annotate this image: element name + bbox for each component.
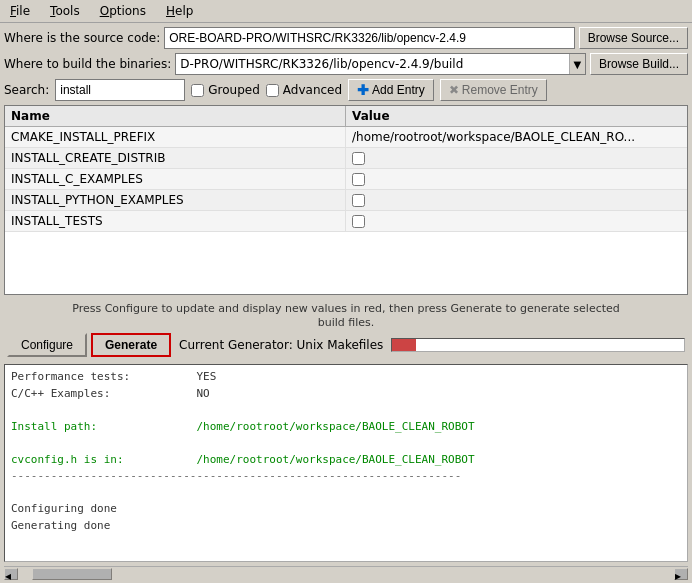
advanced-label: Advanced [283,83,342,97]
progress-bar [391,338,685,352]
remove-entry-button[interactable]: ✖ Remove Entry [440,79,547,101]
output-line [11,435,681,452]
cell-name-3: INSTALL_PYTHON_EXAMPLES [5,190,346,210]
menu-bar: File Tools Options Help [0,0,692,23]
table-row[interactable]: CMAKE_INSTALL_PREFIX /home/rootroot/work… [5,127,687,148]
output-line: Install path: /home/rootroot/workspace/B… [11,419,681,436]
checkbox-2[interactable] [352,173,365,186]
table-row[interactable]: INSTALL_TESTS [5,211,687,232]
cell-name-0: CMAKE_INSTALL_PREFIX [5,127,346,147]
main-window: Where is the source code: Browse Source.… [0,23,692,583]
configure-bar: Press Configure to update and display ne… [4,299,688,361]
source-input[interactable] [164,27,574,49]
cell-value-1[interactable] [346,148,687,168]
grouped-label: Grouped [208,83,260,97]
build-path-dropdown[interactable]: ▼ [569,54,585,74]
table-row[interactable]: INSTALL_PYTHON_EXAMPLES [5,190,687,211]
cell-value-0: /home/rootroot/workspace/BAOLE_CLEAN_RO.… [346,127,687,147]
menu-options[interactable]: Options [94,2,152,20]
menu-file[interactable]: File [4,2,36,20]
remove-icon: ✖ [449,83,459,97]
output-line: Performance tests: YES [11,369,681,386]
build-path-container: D-PRO/WITHSRC/RK3326/lib/opencv-2.4.9/bu… [175,53,586,75]
header-value: Value [346,106,687,126]
scroll-right-arrow[interactable]: ▸ [674,568,688,580]
source-row: Where is the source code: Browse Source.… [4,27,688,49]
configure-buttons: Configure Generate Current Generator: Un… [7,333,685,357]
search-label: Search: [4,83,49,97]
add-entry-label: Add Entry [372,83,425,97]
search-row: Search: Grouped Advanced ✚ Add Entry ✖ R… [4,79,688,101]
output-line [11,402,681,419]
horizontal-scrollbar[interactable]: ◂ ▸ [4,566,688,580]
browse-source-button[interactable]: Browse Source... [579,27,688,49]
add-entry-button[interactable]: ✚ Add Entry [348,79,434,101]
checkbox-4[interactable] [352,215,365,228]
cell-value-2[interactable] [346,169,687,189]
output-line: C/C++ Examples: NO [11,386,681,403]
scroll-thumb[interactable] [32,568,112,580]
output-line: Configuring done [11,501,681,518]
grouped-checkbox-group: Grouped [191,83,260,97]
build-path-text: D-PRO/WITHSRC/RK3326/lib/opencv-2.4.9/bu… [176,55,569,73]
menu-tools[interactable]: Tools [44,2,86,20]
build-row: Where to build the binaries: D-PRO/WITHS… [4,53,688,75]
cell-name-2: INSTALL_C_EXAMPLES [5,169,346,189]
header-name: Name [5,106,346,126]
checkbox-3[interactable] [352,194,365,207]
table-header: Name Value [5,106,687,127]
configure-notice: Press Configure to update and display ne… [7,302,685,331]
output-line: cvconfig.h is in: /home/rootroot/workspa… [11,452,681,469]
advanced-checkbox-group: Advanced [266,83,342,97]
output-line: Generating done [11,518,681,535]
grouped-checkbox[interactable] [191,84,204,97]
table-row[interactable]: INSTALL_CREATE_DISTRIB [5,148,687,169]
source-label: Where is the source code: [4,31,160,45]
output-line [11,485,681,502]
cell-name-1: INSTALL_CREATE_DISTRIB [5,148,346,168]
checkbox-1[interactable] [352,152,365,165]
table-row[interactable]: INSTALL_C_EXAMPLES [5,169,687,190]
generator-label: Current Generator: Unix Makefiles [179,338,383,352]
browse-build-button[interactable]: Browse Build... [590,53,688,75]
output-area: Performance tests: YES C/C++ Examples: N… [4,364,688,562]
progress-fill [392,339,415,351]
cell-name-4: INSTALL_TESTS [5,211,346,231]
menu-help[interactable]: Help [160,2,199,20]
advanced-checkbox[interactable] [266,84,279,97]
cell-value-3[interactable] [346,190,687,210]
generate-button[interactable]: Generate [91,333,171,357]
build-label: Where to build the binaries: [4,57,171,71]
remove-entry-label: Remove Entry [462,83,538,97]
cmake-table: Name Value CMAKE_INSTALL_PREFIX /home/ro… [4,105,688,295]
output-line: ----------------------------------------… [11,468,681,485]
configure-button[interactable]: Configure [7,333,87,357]
search-input[interactable] [55,79,185,101]
scroll-left-arrow[interactable]: ◂ [4,568,18,580]
cell-value-4[interactable] [346,211,687,231]
add-icon: ✚ [357,82,369,98]
